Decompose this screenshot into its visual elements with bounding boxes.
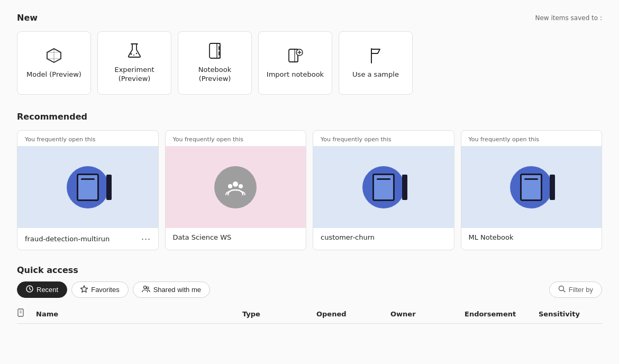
quick-access-section: Quick access Recent: [17, 265, 602, 324]
tab-favorites-label: Favorites: [91, 286, 119, 294]
svg-point-0: [131, 53, 132, 55]
rec-card-name-2: customer-churn: [321, 233, 375, 241]
import-notebook-icon: [287, 47, 304, 64]
rec-card-thumbnail-0: [17, 146, 158, 228]
rec-card-footer-2: customer-churn: [313, 228, 454, 247]
flask-icon: [127, 42, 142, 59]
table-col-endorsement: Endorsement: [465, 310, 539, 318]
rec-card-tag-1: You frequently open this: [166, 131, 306, 146]
tab-recent-label: Recent: [37, 286, 58, 294]
cube-icon: [45, 47, 62, 64]
new-item-experiment[interactable]: Experiment(Preview): [97, 31, 171, 95]
notebook-new-icon: [207, 42, 222, 59]
recommended-section: Recommended You frequently open this: [17, 112, 602, 250]
notebook-visual-0: [64, 163, 112, 211]
tab-shared-label: Shared with me: [153, 286, 201, 294]
recommended-grid: You frequently open this fraud-detection…: [17, 130, 602, 250]
svg-point-18: [147, 287, 149, 289]
rec-card-tag-3: You frequently open this: [461, 131, 602, 146]
rec-card-fraud-detection[interactable]: You frequently open this fraud-detection…: [17, 130, 159, 250]
new-item-import-notebook[interactable]: Import notebook: [258, 31, 332, 95]
svg-point-1: [133, 54, 134, 56]
rec-card-tag-2: You frequently open this: [313, 131, 454, 146]
rec-card-thumbnail-3: [461, 146, 602, 228]
svg-point-15: [239, 184, 243, 188]
rec-card-footer-1: Data Science WS: [166, 228, 306, 247]
rec-card-customer-churn[interactable]: You frequently open this customer-churn: [313, 130, 454, 250]
table-col-sensitivity: Sensitivity: [539, 310, 602, 318]
flag-icon: [368, 47, 383, 64]
rec-card-thumbnail-2: [313, 146, 454, 228]
new-items-grid: Model (Preview) Experiment(Preview): [17, 31, 602, 95]
new-item-import-notebook-label: Import notebook: [267, 70, 324, 79]
search-icon: [558, 285, 566, 294]
rec-card-name-0: fraud-detection-multirun: [25, 235, 110, 243]
tabs-left: Recent Favorites: [17, 281, 210, 298]
rec-card-thumbnail-1: [166, 146, 306, 228]
tab-shared-with-me[interactable]: Shared with me: [133, 281, 210, 298]
rec-card-more-0[interactable]: ⋯: [141, 233, 151, 244]
tab-favorites[interactable]: Favorites: [71, 281, 128, 298]
new-item-model-label: Model (Preview): [26, 70, 81, 79]
new-item-notebook[interactable]: Notebook(Preview): [178, 31, 252, 95]
svg-rect-3: [210, 43, 220, 58]
clock-icon: [26, 285, 33, 294]
svg-point-13: [233, 181, 238, 187]
rec-card-footer-3: ML Notebook: [461, 228, 602, 247]
quick-access-title: Quick access: [17, 265, 602, 275]
main-content: New New items saved to : Model (Preview): [0, 0, 619, 364]
new-section-header: New New items saved to :: [17, 13, 602, 23]
rec-card-ml-notebook[interactable]: You frequently open this ML Notebook: [461, 130, 603, 250]
rec-card-footer-0: fraud-detection-multirun ⋯: [17, 228, 158, 250]
new-item-use-sample[interactable]: Use a sample: [339, 31, 413, 95]
table-header: Name Type Opened Owner Endorsement Sensi…: [17, 308, 602, 324]
svg-point-17: [143, 286, 146, 289]
new-section-title: New: [17, 13, 38, 23]
rec-card-tag-0: You frequently open this: [17, 131, 158, 146]
new-item-use-sample-label: Use a sample: [352, 70, 399, 79]
svg-point-2: [136, 53, 137, 54]
new-items-note: New items saved to :: [535, 14, 602, 22]
svg-line-20: [563, 290, 565, 293]
people-icon: [214, 166, 257, 208]
table-col-owner: Owner: [390, 310, 465, 318]
table-col-icon-spacer: [17, 308, 36, 319]
rec-card-name-1: Data Science WS: [173, 233, 232, 241]
table-col-type: Type: [242, 310, 316, 318]
rec-card-name-3: ML Notebook: [469, 233, 514, 241]
new-item-notebook-label: Notebook(Preview): [198, 66, 231, 84]
notebook-visual-2: [360, 163, 407, 211]
recommended-title: Recommended: [17, 112, 602, 122]
filter-label: Filter by: [569, 286, 593, 294]
rec-card-data-science-ws[interactable]: You frequently open this: [165, 130, 307, 250]
people-shared-icon: [142, 285, 150, 294]
star-icon: [80, 285, 88, 294]
quick-access-tabs: Recent Favorites: [17, 281, 602, 298]
new-item-model[interactable]: Model (Preview): [17, 31, 91, 95]
notebook-visual-3: [507, 163, 555, 211]
new-item-experiment-label: Experiment(Preview): [114, 66, 154, 84]
table-col-opened: Opened: [316, 310, 390, 318]
table-col-name: Name: [36, 310, 242, 318]
svg-point-14: [228, 184, 232, 188]
tab-recent[interactable]: Recent: [17, 281, 67, 298]
filter-button[interactable]: Filter by: [549, 281, 602, 298]
